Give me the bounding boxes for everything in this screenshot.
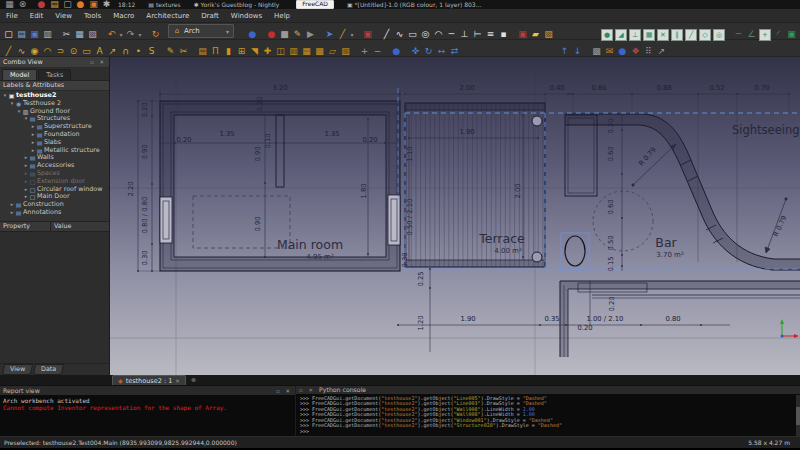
close-panel-icon[interactable]: ✕: [285, 388, 292, 394]
app-files-icon[interactable]: ▤: [48, 0, 61, 11]
3d-viewport[interactable]: 3.200.201.350.101.350.200.200.901.800.90…: [110, 57, 800, 375]
arch-structure-icon[interactable]: Π: [209, 45, 222, 58]
menu-view[interactable]: View: [49, 12, 78, 20]
texture-icon[interactable]: ▩: [590, 45, 603, 58]
snap-ortho-icon[interactable]: ◜: [772, 28, 785, 41]
app-paw-icon[interactable]: ✱: [100, 0, 113, 11]
arch-section-plane-icon[interactable]: ◫: [274, 45, 287, 58]
menu-edit[interactable]: Edit: [24, 12, 50, 20]
annotation-style-icon[interactable]: ▧: [542, 28, 555, 41]
taskbar-folder[interactable]: ▤ textures: [148, 1, 180, 8]
scrollbar[interactable]: [796, 395, 800, 436]
snap-extension-icon[interactable]: ╱: [685, 29, 697, 41]
app-gimp-icon[interactable]: ▣: [87, 0, 100, 11]
arch-column-icon[interactable]: ▮: [222, 45, 235, 58]
draft-point-icon[interactable]: •: [132, 45, 145, 58]
draft-dimension-icon[interactable]: ↗: [106, 45, 119, 58]
tree-item-metallic-structure[interactable]: ▸▤Metallic structure: [0, 147, 109, 155]
menu-file[interactable]: File: [0, 12, 24, 20]
draft-move-icon[interactable]: ✜: [409, 45, 422, 58]
arch-add-icon[interactable]: +: [358, 45, 371, 58]
tree-item-annotations[interactable]: ▸▤Annotations: [0, 209, 109, 217]
grid-dots-icon[interactable]: ⠿: [642, 45, 655, 58]
app-debian-icon[interactable]: ●: [35, 0, 48, 11]
workbench-selector[interactable]: ⌂ Arch ▾: [168, 24, 234, 38]
tab-data[interactable]: Data: [33, 364, 65, 375]
autogroup-icon[interactable]: ≡: [484, 28, 497, 41]
arch-panel-icon[interactable]: ▱: [326, 45, 339, 58]
mail-icon[interactable]: ✉: [603, 45, 616, 58]
python-console-content[interactable]: >>> FreeCADGui.getDocument("testhouse2")…: [296, 394, 800, 437]
float-panel-icon[interactable]: ▫: [90, 59, 96, 65]
tree-item-extension-door[interactable]: ▸▢Extension door: [0, 178, 109, 186]
taskbar-window-guestblog[interactable]: ✱ Yorik's Guestblog - Nightly: [194, 1, 280, 8]
draft-text-icon[interactable]: A: [93, 45, 106, 58]
snap-center-icon[interactable]: ◇: [699, 29, 711, 41]
draft-arc-icon[interactable]: ◠: [41, 45, 54, 58]
move-down-icon[interactable]: ↓: [571, 45, 584, 58]
menu-draft[interactable]: Draft: [195, 12, 225, 20]
working-plane-icon[interactable]: ⊢: [471, 28, 484, 41]
arch-site-icon[interactable]: ▩: [313, 45, 326, 58]
draft-polygon-icon[interactable]: ⊙: [67, 45, 80, 58]
web-icon[interactable]: ●: [616, 45, 629, 58]
taskbar-window-gimp[interactable]: ▣ *[Untitled]-1.0 (RGB colour, 1 layer) …: [347, 1, 481, 8]
snap-working-plane-icon[interactable]: ▣: [785, 28, 798, 41]
arch-axis-icon[interactable]: ✚: [261, 45, 274, 58]
draft-rectangle-icon[interactable]: ▭: [80, 45, 93, 58]
draft-ellipse-icon[interactable]: ⊃: [54, 45, 67, 58]
arch-floor-icon[interactable]: ▥: [287, 45, 300, 58]
menu-windows[interactable]: Windows: [225, 12, 268, 20]
close-workspace-icon[interactable]: ⊗: [16, 0, 29, 11]
nav-sphere-icon[interactable]: ●: [390, 45, 403, 58]
snap-near-icon[interactable]: ─: [732, 28, 745, 41]
arch-window-icon[interactable]: ⊞: [235, 45, 248, 58]
close-panel-icon[interactable]: ✕: [308, 387, 315, 393]
draft-bspline-icon[interactable]: ∩: [119, 45, 132, 58]
close-tab-icon[interactable]: ✕: [175, 378, 180, 384]
app-window-icon[interactable]: ▢: [61, 0, 74, 11]
menu-help[interactable]: Help: [268, 12, 296, 20]
trail-icon[interactable]: ↗: [655, 45, 668, 58]
document-tab[interactable]: ◆ testhouse2 : 1 ✕: [112, 375, 186, 385]
tab-model[interactable]: Model: [2, 69, 37, 80]
menu-architecture[interactable]: Architecture: [140, 12, 195, 20]
draft-line-icon[interactable]: ╱: [2, 45, 15, 58]
draft-mirror-icon[interactable]: ⇄: [448, 45, 461, 58]
arch-roof-icon[interactable]: ◥: [248, 45, 261, 58]
float-panel-icon[interactable]: ▫: [276, 388, 282, 394]
addon-icon[interactable]: ❖: [629, 45, 642, 58]
scrollbar-thumb[interactable]: [796, 407, 800, 425]
menu-macro[interactable]: Macro: [107, 12, 140, 20]
tab-tasks[interactable]: Tasks: [38, 69, 71, 80]
lock-icon[interactable]: ▪: [497, 28, 510, 41]
snap-parallel-icon[interactable]: ∥: [671, 29, 683, 41]
app-browser-icon[interactable]: ●: [74, 0, 87, 11]
property-grid[interactable]: [0, 232, 109, 363]
move-up-icon[interactable]: ↑: [558, 45, 571, 58]
snap-circle-icon[interactable]: ◎: [713, 29, 725, 41]
draft-shapestring-icon[interactable]: S: [145, 45, 158, 58]
lamp-icon[interactable]: ▰: [529, 28, 542, 41]
draft-edit-icon[interactable]: ✎: [164, 45, 177, 58]
float-panel-icon[interactable]: ▫: [299, 387, 305, 393]
workspace-icon[interactable]: ▦: [3, 0, 16, 11]
arch-building-icon[interactable]: ▦: [300, 45, 313, 58]
draft-offset-icon[interactable]: ↔: [435, 45, 448, 58]
draft-wire-icon[interactable]: ∿: [15, 45, 28, 58]
style-icon[interactable]: ▣: [516, 28, 529, 41]
close-panel-icon[interactable]: ✕: [99, 59, 106, 65]
draft-rotate-icon[interactable]: ↻: [422, 45, 435, 58]
menu-tools[interactable]: Tools: [78, 12, 107, 20]
arch-stairs-icon[interactable]: ▨: [339, 45, 352, 58]
snap-angle-icon[interactable]: ∠: [745, 28, 758, 41]
draft-split-icon[interactable]: ✂: [177, 45, 190, 58]
draft-circle-icon[interactable]: ◉: [28, 45, 41, 58]
snap-dimension-icon[interactable]: +: [759, 29, 771, 41]
taskbar-window-freecad[interactable]: FreeCAD: [296, 0, 334, 9]
tab-view[interactable]: View: [2, 364, 34, 375]
dimension-label: 0.20: [362, 136, 377, 144]
arch-remove-icon[interactable]: −: [371, 45, 384, 58]
close-all-icon[interactable]: ⊗: [191, 375, 196, 385]
arch-wall-icon[interactable]: ▤: [196, 45, 209, 58]
